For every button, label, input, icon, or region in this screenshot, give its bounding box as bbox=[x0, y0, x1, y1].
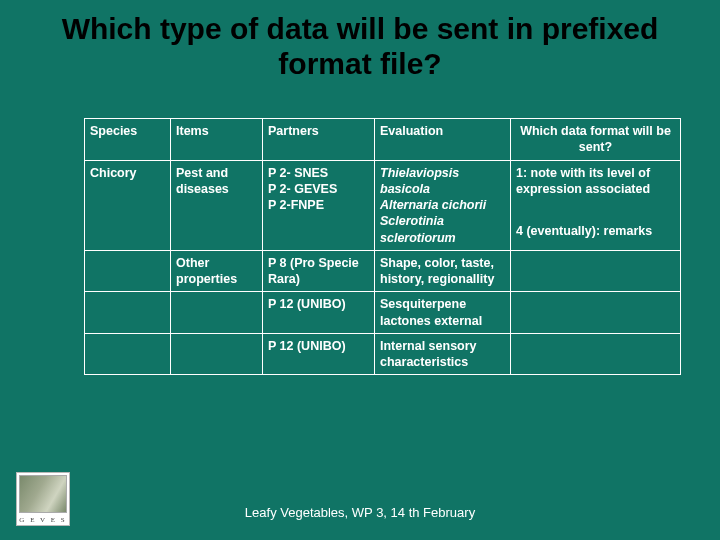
cell-species bbox=[85, 333, 171, 375]
cell-items bbox=[171, 292, 263, 334]
cell-items: Pest and diseases bbox=[171, 160, 263, 250]
col-header-partners: Partners bbox=[263, 119, 375, 161]
cell-evaluation: Thielaviopsis basicolaAlternaria cichori… bbox=[375, 160, 511, 250]
cell-species bbox=[85, 250, 171, 292]
cell-evaluation: Internal sensory characteristics bbox=[375, 333, 511, 375]
cell-evaluation: Sesquiterpene lactones external bbox=[375, 292, 511, 334]
org-logo-text: G E V E S bbox=[17, 515, 69, 525]
org-logo-image bbox=[19, 475, 67, 513]
col-header-items: Items bbox=[171, 119, 263, 161]
slide: Which type of data will be sent in prefi… bbox=[0, 0, 720, 540]
cell-species bbox=[85, 292, 171, 334]
cell-format bbox=[511, 250, 681, 292]
table-row: P 12 (UNIBO) Sesquiterpene lactones exte… bbox=[85, 292, 681, 334]
col-header-format: Which data format will be sent? bbox=[511, 119, 681, 161]
cell-partners: P 12 (UNIBO) bbox=[263, 333, 375, 375]
table-row: Other properties P 8 (Pro Specie Rara) S… bbox=[85, 250, 681, 292]
cell-format bbox=[511, 292, 681, 334]
cell-items bbox=[171, 333, 263, 375]
cell-format bbox=[511, 333, 681, 375]
col-header-species: Species bbox=[85, 119, 171, 161]
cell-species: Chicory bbox=[85, 160, 171, 250]
org-logo: G E V E S bbox=[16, 472, 70, 526]
table-row: P 12 (UNIBO) Internal sensory characteri… bbox=[85, 333, 681, 375]
cell-evaluation: Shape, color, taste, history, regionalli… bbox=[375, 250, 511, 292]
cell-partners: P 12 (UNIBO) bbox=[263, 292, 375, 334]
cell-items: Other properties bbox=[171, 250, 263, 292]
data-table-wrap: Species Items Partners Evaluation Which … bbox=[84, 118, 680, 375]
cell-partners: P 2- SNESP 2- GEVESP 2-FNPE bbox=[263, 160, 375, 250]
cell-format: 1: note with its level of expression ass… bbox=[511, 160, 681, 250]
col-header-evaluation: Evaluation bbox=[375, 119, 511, 161]
data-table: Species Items Partners Evaluation Which … bbox=[84, 118, 681, 375]
page-title: Which type of data will be sent in prefi… bbox=[20, 12, 700, 81]
cell-partners: P 8 (Pro Specie Rara) bbox=[263, 250, 375, 292]
slide-footer: Leafy Vegetables, WP 3, 14 th February bbox=[0, 505, 720, 520]
table-header-row: Species Items Partners Evaluation Which … bbox=[85, 119, 681, 161]
table-row: Chicory Pest and diseases P 2- SNESP 2- … bbox=[85, 160, 681, 250]
